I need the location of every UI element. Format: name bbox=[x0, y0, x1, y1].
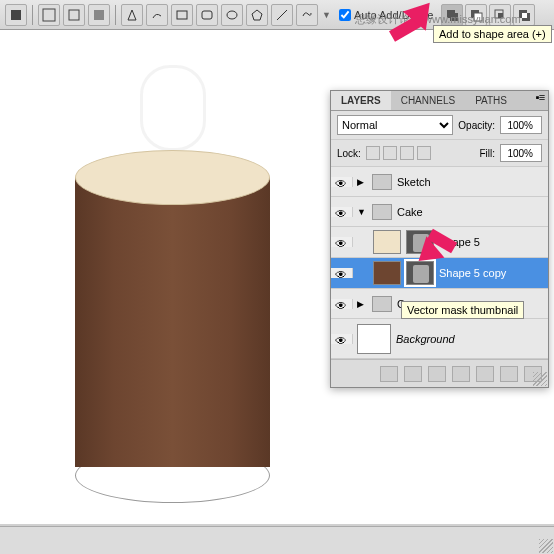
fx-icon[interactable] bbox=[404, 366, 422, 382]
cup-body-shape bbox=[75, 177, 270, 467]
panel-tabs: LAYERS CHANNELS PATHS ▪≡ bbox=[331, 91, 548, 111]
rounded-rect-icon[interactable] bbox=[196, 4, 218, 26]
svg-rect-3 bbox=[94, 10, 104, 20]
panel-bottom-bar bbox=[331, 359, 548, 387]
link-layers-icon[interactable] bbox=[380, 366, 398, 382]
group-expand-icon[interactable]: ▼ bbox=[357, 207, 367, 217]
dropdown-arrow-icon[interactable]: ▼ bbox=[322, 10, 331, 20]
svg-line-7 bbox=[277, 10, 287, 20]
rectangle-shape-icon[interactable] bbox=[171, 4, 193, 26]
opacity-label: Opacity: bbox=[458, 120, 495, 131]
lock-transparency-icon[interactable] bbox=[366, 146, 380, 160]
pen-tool-icon[interactable] bbox=[121, 4, 143, 26]
shape-preset-icon[interactable] bbox=[5, 4, 27, 26]
opacity-input[interactable] bbox=[500, 116, 542, 134]
lock-label: Lock: bbox=[337, 148, 361, 159]
layer-sketch-group[interactable]: 👁 ▶Sketch bbox=[331, 167, 548, 197]
svg-rect-4 bbox=[177, 11, 187, 19]
folder-icon bbox=[372, 296, 392, 312]
tutorial-arrow-2 bbox=[413, 215, 463, 255]
visibility-icon[interactable]: 👁 bbox=[335, 268, 349, 278]
mask-tooltip: Vector mask thumbnail bbox=[401, 301, 524, 319]
svg-point-6 bbox=[227, 11, 237, 19]
shape-layers-icon[interactable] bbox=[38, 4, 60, 26]
add-mask-icon[interactable] bbox=[428, 366, 446, 382]
new-layer-icon[interactable] bbox=[500, 366, 518, 382]
fill-label: Fill: bbox=[479, 148, 495, 159]
lock-position-icon[interactable] bbox=[400, 146, 414, 160]
layer-thumbnail[interactable] bbox=[373, 261, 401, 285]
layer-thumbnail[interactable] bbox=[357, 324, 391, 354]
polygon-shape-icon[interactable] bbox=[246, 4, 268, 26]
custom-shape-icon[interactable] bbox=[296, 4, 318, 26]
folder-icon bbox=[372, 204, 392, 220]
visibility-icon[interactable]: 👁 bbox=[335, 334, 349, 344]
tab-layers[interactable]: LAYERS bbox=[331, 91, 391, 110]
separator bbox=[32, 5, 33, 25]
layer-name: Background bbox=[396, 333, 455, 345]
freeform-pen-icon[interactable] bbox=[146, 4, 168, 26]
resize-handle-icon[interactable] bbox=[533, 372, 547, 386]
visibility-icon[interactable]: 👁 bbox=[335, 237, 349, 247]
new-group-icon[interactable] bbox=[476, 366, 494, 382]
line-shape-icon[interactable] bbox=[271, 4, 293, 26]
group-collapse-icon[interactable]: ▶ bbox=[357, 177, 367, 187]
lock-icons-group bbox=[366, 146, 431, 160]
svg-rect-1 bbox=[43, 9, 55, 21]
resize-handle-icon[interactable] bbox=[539, 539, 553, 553]
adjustment-icon[interactable] bbox=[452, 366, 470, 382]
lock-pixels-icon[interactable] bbox=[383, 146, 397, 160]
svg-rect-2 bbox=[69, 10, 79, 20]
add-shape-tooltip: Add to shape area (+) bbox=[433, 25, 552, 43]
layer-shape-5-copy[interactable]: 👁 Shape 5 copy bbox=[331, 258, 548, 289]
auto-add-checkbox[interactable] bbox=[339, 9, 351, 21]
folder-icon bbox=[372, 174, 392, 190]
fill-input[interactable] bbox=[500, 144, 542, 162]
lock-fill-row: Lock: Fill: bbox=[331, 140, 548, 167]
visibility-icon[interactable]: 👁 bbox=[335, 299, 349, 309]
blend-mode-select[interactable]: Normal bbox=[337, 115, 453, 135]
layers-list: 👁 ▶Sketch 👁 ▼Cake 👁 Shape 5 👁 Shape 5 co… bbox=[331, 167, 548, 359]
status-bar bbox=[0, 526, 554, 554]
panel-menu-icon[interactable]: ▪≡ bbox=[532, 91, 548, 110]
separator bbox=[115, 5, 116, 25]
visibility-icon[interactable]: 👁 bbox=[335, 177, 349, 187]
svg-rect-5 bbox=[202, 11, 212, 19]
lock-all-icon[interactable] bbox=[417, 146, 431, 160]
paths-mode-icon[interactable] bbox=[63, 4, 85, 26]
fill-pixels-icon[interactable] bbox=[88, 4, 110, 26]
tab-channels[interactable]: CHANNELS bbox=[391, 91, 465, 110]
svg-rect-0 bbox=[11, 10, 21, 20]
steam-sketch bbox=[120, 65, 240, 155]
layer-name: Shape 5 copy bbox=[439, 267, 506, 279]
tutorial-arrow-1 bbox=[382, 5, 437, 45]
tab-paths[interactable]: PATHS bbox=[465, 91, 517, 110]
svg-rect-16 bbox=[522, 13, 527, 18]
ellipse-shape-icon[interactable] bbox=[221, 4, 243, 26]
layer-background[interactable]: 👁 Background bbox=[331, 319, 548, 359]
blend-opacity-row: Normal Opacity: bbox=[331, 111, 548, 140]
cup-top-ellipse bbox=[75, 150, 270, 205]
layer-thumbnail[interactable] bbox=[373, 230, 401, 254]
group-collapse-icon[interactable]: ▶ bbox=[357, 299, 367, 309]
visibility-icon[interactable]: 👁 bbox=[335, 207, 349, 217]
layer-name: Sketch bbox=[397, 176, 431, 188]
